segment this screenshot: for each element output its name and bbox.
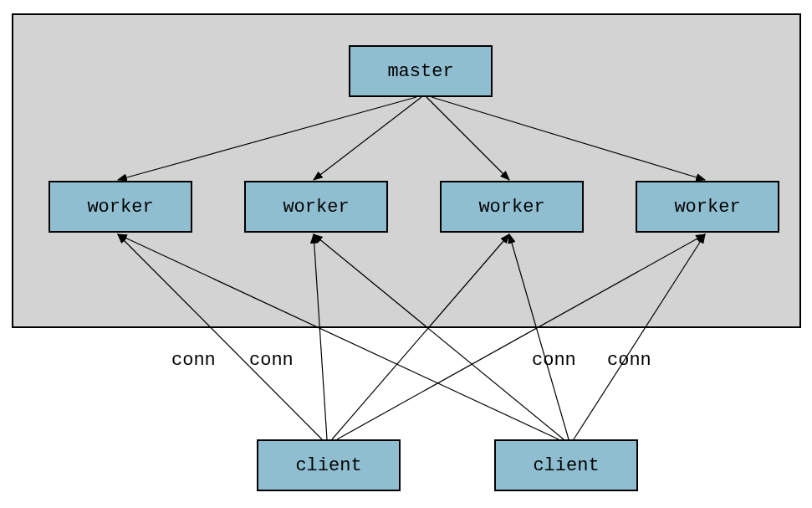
master-node: master (349, 45, 493, 97)
client-node-2: client (494, 439, 638, 491)
worker-node-1: worker (49, 181, 192, 233)
worker-node-2: worker (244, 181, 388, 233)
client-node-1: client (257, 439, 401, 491)
edge-label-conn-3: conn (532, 350, 576, 371)
edge-label-conn-4: conn (607, 350, 651, 371)
diagram-canvas: master worker worker worker worker clien… (0, 0, 812, 508)
worker-node-4: worker (636, 181, 779, 233)
worker-node-3: worker (440, 181, 584, 233)
edge-label-conn-1: conn (171, 350, 216, 371)
edge-label-conn-2: conn (249, 350, 294, 371)
